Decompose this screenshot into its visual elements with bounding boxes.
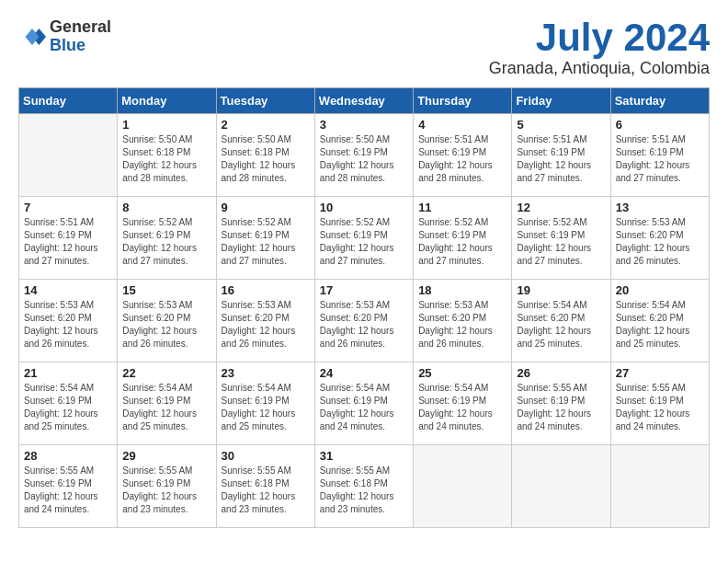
calendar-cell: 22Sunrise: 5:54 AM Sunset: 6:19 PM Dayli…	[118, 362, 216, 445]
calendar-cell: 13Sunrise: 5:53 AM Sunset: 6:20 PM Dayli…	[610, 197, 709, 280]
calendar-cell: 30Sunrise: 5:55 AM Sunset: 6:18 PM Dayli…	[216, 445, 314, 528]
day-number: 3	[320, 118, 408, 132]
calendar-cell	[19, 114, 118, 197]
logo-general: General	[50, 18, 111, 37]
day-number: 23	[222, 366, 310, 380]
day-number: 6	[616, 118, 704, 132]
calendar-cell: 10Sunrise: 5:52 AM Sunset: 6:19 PM Dayli…	[314, 197, 413, 280]
calendar-cell: 18Sunrise: 5:53 AM Sunset: 6:20 PM Dayli…	[414, 280, 512, 362]
day-number: 20	[616, 283, 704, 297]
calendar-cell: 15Sunrise: 5:53 AM Sunset: 6:20 PM Dayli…	[118, 280, 216, 362]
day-info: Sunrise: 5:52 AM Sunset: 6:19 PM Dayligh…	[320, 216, 408, 268]
calendar-cell: 11Sunrise: 5:52 AM Sunset: 6:19 PM Dayli…	[414, 197, 512, 280]
day-info: Sunrise: 5:55 AM Sunset: 6:19 PM Dayligh…	[122, 465, 210, 516]
calendar-cell: 19Sunrise: 5:54 AM Sunset: 6:20 PM Dayli…	[512, 280, 610, 362]
day-number: 10	[320, 201, 408, 214]
calendar-cell	[610, 445, 709, 528]
weekday-header-row: SundayMondayTuesdayWednesdayThursdayFrid…	[19, 88, 710, 114]
logo: General Blue	[18, 18, 111, 55]
week-row-5: 28Sunrise: 5:55 AM Sunset: 6:19 PM Dayli…	[19, 445, 710, 528]
calendar-cell: 2Sunrise: 5:50 AM Sunset: 6:18 PM Daylig…	[216, 114, 314, 197]
day-info: Sunrise: 5:53 AM Sunset: 6:20 PM Dayligh…	[222, 299, 310, 350]
day-number: 5	[517, 118, 605, 132]
day-info: Sunrise: 5:53 AM Sunset: 6:20 PM Dayligh…	[122, 299, 210, 350]
day-info: Sunrise: 5:52 AM Sunset: 6:19 PM Dayligh…	[517, 216, 605, 268]
calendar-cell: 12Sunrise: 5:52 AM Sunset: 6:19 PM Dayli…	[512, 197, 610, 280]
weekday-header-monday: Monday	[118, 88, 216, 114]
day-info: Sunrise: 5:51 AM Sunset: 6:19 PM Dayligh…	[418, 133, 506, 185]
calendar-cell: 5Sunrise: 5:51 AM Sunset: 6:19 PM Daylig…	[512, 114, 610, 197]
page-header: General Blue July 2024 Granada, Antioqui…	[18, 18, 710, 78]
calendar-cell: 31Sunrise: 5:55 AM Sunset: 6:18 PM Dayli…	[314, 445, 413, 528]
day-info: Sunrise: 5:54 AM Sunset: 6:19 PM Dayligh…	[418, 382, 506, 433]
day-info: Sunrise: 5:53 AM Sunset: 6:20 PM Dayligh…	[320, 299, 408, 350]
day-info: Sunrise: 5:55 AM Sunset: 6:18 PM Dayligh…	[320, 465, 408, 516]
day-number: 2	[222, 118, 310, 132]
day-info: Sunrise: 5:52 AM Sunset: 6:19 PM Dayligh…	[222, 216, 310, 268]
weekday-header-thursday: Thursday	[414, 88, 512, 114]
calendar-cell	[414, 445, 512, 528]
day-number: 14	[24, 283, 112, 297]
day-number: 18	[418, 283, 506, 297]
calendar-cell: 8Sunrise: 5:52 AM Sunset: 6:19 PM Daylig…	[118, 197, 216, 280]
day-number: 8	[122, 201, 210, 214]
day-number: 28	[24, 449, 112, 463]
day-info: Sunrise: 5:53 AM Sunset: 6:20 PM Dayligh…	[24, 299, 112, 350]
calendar-cell: 1Sunrise: 5:50 AM Sunset: 6:18 PM Daylig…	[118, 114, 216, 197]
calendar-cell: 6Sunrise: 5:51 AM Sunset: 6:19 PM Daylig…	[610, 114, 709, 197]
day-info: Sunrise: 5:54 AM Sunset: 6:20 PM Dayligh…	[517, 299, 605, 350]
calendar-cell: 7Sunrise: 5:51 AM Sunset: 6:19 PM Daylig…	[19, 197, 118, 280]
day-number: 1	[122, 118, 210, 132]
day-number: 19	[517, 283, 605, 297]
day-number: 25	[418, 366, 506, 380]
day-number: 31	[320, 449, 408, 463]
calendar-cell: 28Sunrise: 5:55 AM Sunset: 6:19 PM Dayli…	[19, 445, 118, 528]
day-number: 16	[222, 283, 310, 297]
day-number: 12	[517, 201, 605, 214]
day-info: Sunrise: 5:54 AM Sunset: 6:19 PM Dayligh…	[24, 382, 112, 433]
title-area: July 2024 Granada, Antioquia, Colombia	[489, 18, 710, 78]
calendar-cell: 4Sunrise: 5:51 AM Sunset: 6:19 PM Daylig…	[414, 114, 512, 197]
day-number: 21	[24, 366, 112, 380]
day-info: Sunrise: 5:53 AM Sunset: 6:20 PM Dayligh…	[418, 299, 506, 350]
weekday-header-sunday: Sunday	[19, 88, 118, 114]
day-info: Sunrise: 5:54 AM Sunset: 6:19 PM Dayligh…	[122, 382, 210, 433]
day-info: Sunrise: 5:51 AM Sunset: 6:19 PM Dayligh…	[616, 133, 704, 185]
weekday-header-saturday: Saturday	[610, 88, 709, 114]
day-info: Sunrise: 5:50 AM Sunset: 6:18 PM Dayligh…	[122, 133, 210, 185]
calendar-cell: 20Sunrise: 5:54 AM Sunset: 6:20 PM Dayli…	[610, 280, 709, 362]
day-info: Sunrise: 5:51 AM Sunset: 6:19 PM Dayligh…	[517, 133, 605, 185]
calendar-cell: 27Sunrise: 5:55 AM Sunset: 6:19 PM Dayli…	[610, 362, 709, 445]
logo-icon	[18, 23, 46, 51]
day-number: 24	[320, 366, 408, 380]
calendar-cell: 24Sunrise: 5:54 AM Sunset: 6:19 PM Dayli…	[314, 362, 413, 445]
calendar-cell: 14Sunrise: 5:53 AM Sunset: 6:20 PM Dayli…	[19, 280, 118, 362]
day-info: Sunrise: 5:50 AM Sunset: 6:18 PM Dayligh…	[222, 133, 310, 185]
calendar-cell: 9Sunrise: 5:52 AM Sunset: 6:19 PM Daylig…	[216, 197, 314, 280]
week-row-1: 1Sunrise: 5:50 AM Sunset: 6:18 PM Daylig…	[19, 114, 710, 197]
weekday-header-wednesday: Wednesday	[314, 88, 413, 114]
day-number: 4	[418, 118, 506, 132]
day-number: 17	[320, 283, 408, 297]
day-info: Sunrise: 5:55 AM Sunset: 6:19 PM Dayligh…	[616, 382, 704, 433]
day-info: Sunrise: 5:51 AM Sunset: 6:19 PM Dayligh…	[24, 216, 112, 268]
week-row-3: 14Sunrise: 5:53 AM Sunset: 6:20 PM Dayli…	[19, 280, 710, 362]
week-row-4: 21Sunrise: 5:54 AM Sunset: 6:19 PM Dayli…	[19, 362, 710, 445]
calendar-cell	[512, 445, 610, 528]
location: Granada, Antioquia, Colombia	[489, 59, 710, 78]
day-number: 7	[24, 201, 112, 214]
day-number: 15	[122, 283, 210, 297]
day-info: Sunrise: 5:52 AM Sunset: 6:19 PM Dayligh…	[418, 216, 506, 268]
day-info: Sunrise: 5:54 AM Sunset: 6:20 PM Dayligh…	[616, 299, 704, 350]
day-info: Sunrise: 5:52 AM Sunset: 6:19 PM Dayligh…	[122, 216, 210, 268]
day-number: 9	[222, 201, 310, 214]
calendar-table: SundayMondayTuesdayWednesdayThursdayFrid…	[18, 87, 710, 528]
day-number: 22	[122, 366, 210, 380]
day-info: Sunrise: 5:50 AM Sunset: 6:19 PM Dayligh…	[320, 133, 408, 185]
day-info: Sunrise: 5:55 AM Sunset: 6:18 PM Dayligh…	[222, 465, 310, 516]
day-info: Sunrise: 5:55 AM Sunset: 6:19 PM Dayligh…	[24, 465, 112, 516]
calendar-cell: 21Sunrise: 5:54 AM Sunset: 6:19 PM Dayli…	[19, 362, 118, 445]
week-row-2: 7Sunrise: 5:51 AM Sunset: 6:19 PM Daylig…	[19, 197, 710, 280]
calendar-cell: 16Sunrise: 5:53 AM Sunset: 6:20 PM Dayli…	[216, 280, 314, 362]
logo-blue-text: Blue	[50, 37, 111, 55]
